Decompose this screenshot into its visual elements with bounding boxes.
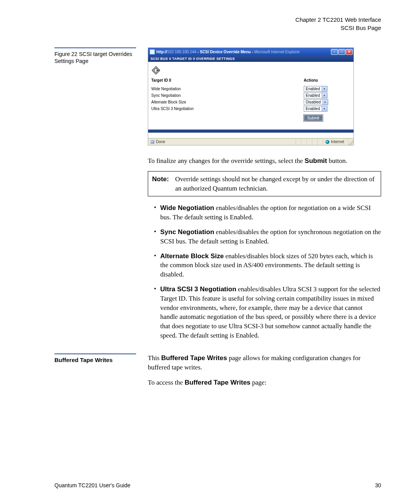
wide-negotiation-select[interactable]: Enabled ▾ bbox=[304, 86, 327, 92]
status-zone: Internet bbox=[323, 140, 348, 144]
ultra-scsi3-negotiation-select[interactable]: Enabled ▾ bbox=[304, 106, 327, 112]
section-rule bbox=[54, 354, 136, 354]
ie-title-text: http://192.168.100.144 - SCSI Device Ove… bbox=[156, 50, 331, 54]
sync-negotiation-select[interactable]: Enabled ▾ bbox=[304, 93, 327, 98]
chevron-down-icon: ▾ bbox=[322, 106, 327, 111]
panel-footer-bar bbox=[148, 130, 354, 133]
ie-titlebar: http://192.168.100.144 - SCSI Device Ove… bbox=[148, 48, 354, 56]
table-row: Sync Negotiation Enabled ▾ bbox=[151, 92, 350, 99]
header-chapter: Chapter 2 TC2201 Web Interface bbox=[54, 16, 381, 24]
table-row: Wide Negotiation Enabled ▾ bbox=[151, 86, 350, 92]
ie-page-icon bbox=[150, 49, 155, 54]
col-header-actions: Actions bbox=[304, 78, 350, 82]
figure-rule bbox=[54, 47, 136, 48]
panel-title: SCSI BUS 0 TARGET ID 0 OVERRIDE SETTINGS bbox=[148, 56, 354, 62]
footer-left: Quantum TC2201 User's Guide bbox=[54, 482, 130, 488]
override-settings-table: Target ID 0 Actions Wide Negotiation Ena… bbox=[148, 77, 354, 125]
figure-caption: Figure 22 SCSI target Overrides Settings… bbox=[54, 51, 136, 65]
note-label: Note: bbox=[152, 175, 169, 193]
bullet-list: Wide Negotiation enables/disables the op… bbox=[148, 203, 381, 340]
list-item: Wide Negotiation enables/disables the op… bbox=[154, 203, 381, 222]
chevron-down-icon: ▾ bbox=[322, 86, 327, 91]
close-button[interactable]: ✕ bbox=[346, 49, 353, 55]
chevron-down-icon: ▾ bbox=[322, 100, 328, 105]
section-heading: Buffered Tape Writes bbox=[54, 357, 136, 363]
paragraph: To access the Buffered Tape Writes page: bbox=[148, 378, 381, 387]
paragraph: To finalize any changes for the override… bbox=[148, 156, 381, 166]
quantum-logo-icon bbox=[151, 66, 161, 75]
page-number: 30 bbox=[375, 482, 381, 488]
list-item: Alternate Block Size enables/disables bl… bbox=[154, 252, 381, 279]
status-done-text: Done bbox=[156, 140, 165, 144]
note-box: Note: Override settings should not be ch… bbox=[148, 171, 381, 197]
table-row: Ultra SCSI 3 Negotiation Enabled ▾ bbox=[151, 105, 350, 112]
chevron-down-icon: ▾ bbox=[322, 93, 327, 98]
ie-status-bar: Done Internet bbox=[148, 138, 354, 145]
submit-button[interactable]: Submit bbox=[304, 115, 323, 121]
minimize-button[interactable]: ‐ bbox=[331, 49, 338, 55]
header-section: SCSI Bus Page bbox=[54, 24, 381, 32]
list-item: Ultra SCSI 3 Negotiation enables/disable… bbox=[154, 285, 381, 340]
list-item: Sync Negotiation enables/disables the op… bbox=[154, 228, 381, 246]
internet-zone-icon bbox=[326, 140, 329, 144]
setting-label: Wide Negotiation bbox=[151, 87, 181, 91]
col-header-target: Target ID 0 bbox=[151, 78, 171, 82]
maximize-button[interactable]: □ bbox=[338, 49, 345, 55]
ie-window: http://192.168.100.144 - SCSI Device Ove… bbox=[148, 47, 354, 145]
note-text: Override settings should not be changed … bbox=[175, 175, 377, 193]
table-row: Alternate Block Size Disabled ▾ bbox=[151, 99, 350, 105]
resize-grip-icon bbox=[348, 139, 354, 145]
paragraph: This Buffered Tape Writes page allows fo… bbox=[148, 354, 381, 372]
setting-label: Ultra SCSI 3 Negotiation bbox=[151, 107, 194, 111]
setting-label: Sync Negotiation bbox=[151, 93, 181, 98]
alternate-block-size-select[interactable]: Disabled ▾ bbox=[304, 99, 328, 105]
status-page-icon bbox=[150, 140, 154, 144]
setting-label: Alternate Block Size bbox=[151, 100, 186, 104]
